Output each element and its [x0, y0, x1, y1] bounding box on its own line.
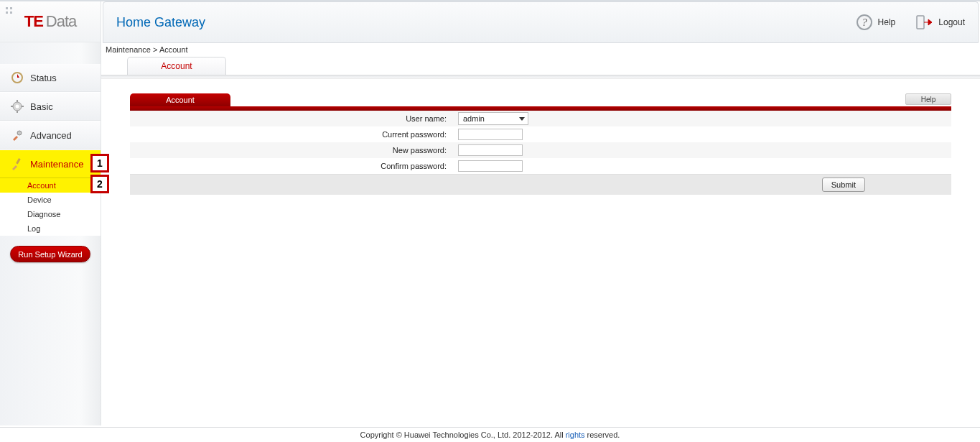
page-title: Home Gateway	[116, 15, 205, 30]
sidebar: TE Data Status Basic	[0, 1, 101, 425]
confirm-password-input[interactable]	[458, 160, 523, 172]
sidebar-sub-diagnose[interactable]: Diagnose	[0, 207, 101, 221]
callout-1: 1	[90, 154, 109, 172]
sidebar-sub-label: Diagnose	[27, 210, 60, 218]
sidebar-sub-device[interactable]: Device	[0, 193, 101, 207]
header-logout-button[interactable]: Logout	[915, 13, 965, 32]
new-password-input[interactable]	[458, 144, 523, 156]
brand-data: Data	[46, 12, 76, 31]
username-label: User name:	[130, 111, 454, 126]
brand-logo: TE Data	[0, 1, 101, 42]
callout-2: 2	[90, 175, 109, 193]
panel-help-label: Help	[921, 96, 936, 103]
footer: Copyright © Huawei Technologies Co., Ltd…	[0, 427, 980, 442]
run-setup-wizard-button[interactable]: Run Setup Wizard	[10, 246, 90, 262]
footer-prefix: Copyright © Huawei Technologies Co., Ltd…	[360, 431, 564, 439]
sidebar-nav: Status Basic Advanced	[0, 42, 101, 236]
current-password-label: Current password:	[130, 126, 454, 142]
gear-icon	[9, 98, 26, 115]
panel-tab-label: Account	[166, 96, 195, 104]
sidebar-sub-label: Log	[27, 224, 40, 233]
new-password-label: New password:	[130, 142, 454, 158]
submit-row: Submit	[130, 174, 951, 195]
logout-icon	[915, 13, 934, 32]
sidebar-item-label: Maintenance	[30, 159, 83, 170]
header-help-label: Help	[878, 17, 896, 27]
header-logout-label: Logout	[938, 17, 965, 27]
chevron-down-icon	[519, 117, 525, 121]
account-panel: Account Help User name: admin	[130, 92, 951, 195]
help-icon: ?	[855, 13, 874, 32]
account-form: User name: admin Current password:	[130, 111, 951, 174]
tab-label: Account	[161, 61, 192, 71]
current-password-input[interactable]	[458, 129, 523, 140]
tools-icon	[9, 126, 26, 144]
svg-point-7	[17, 131, 22, 135]
sidebar-item-basic[interactable]: Basic	[0, 92, 101, 121]
page-tabstrip: Account	[127, 56, 980, 75]
sidebar-sub-log[interactable]: Log	[0, 221, 101, 236]
footer-suffix: reserved.	[587, 431, 620, 439]
content: Account Help User name: admin	[101, 79, 980, 195]
svg-point-2	[16, 105, 19, 109]
status-icon	[9, 69, 26, 86]
sidebar-subnav: Account Device Diagnose Log	[0, 178, 101, 236]
sidebar-item-maintenance[interactable]: Maintenance	[0, 149, 101, 178]
panel-tab-account[interactable]: Account	[130, 93, 230, 106]
username-select[interactable]: admin	[458, 112, 528, 125]
maintenance-icon	[9, 155, 26, 172]
sidebar-sub-label: Account	[27, 181, 56, 190]
breadcrumb: Maintenance > Account	[101, 43, 980, 54]
svg-rect-11	[917, 16, 924, 29]
brand-te: TE	[24, 12, 43, 31]
sidebar-sub-account[interactable]: Account	[0, 178, 101, 193]
sidebar-item-advanced[interactable]: Advanced	[0, 121, 101, 149]
footer-rights-link[interactable]: rights	[566, 431, 585, 439]
brand-dots-icon	[6, 7, 12, 14]
submit-button[interactable]: Submit	[822, 178, 865, 192]
svg-rect-8	[16, 158, 21, 164]
sidebar-item-label: Basic	[30, 101, 53, 112]
sidebar-item-label: Status	[30, 73, 57, 83]
header: Home Gateway ? Help Logout	[103, 1, 979, 43]
sidebar-item-label: Advanced	[30, 130, 72, 141]
svg-text:?: ?	[862, 17, 867, 28]
header-help-button[interactable]: ? Help	[855, 13, 896, 32]
tab-account[interactable]: Account	[127, 57, 226, 75]
sidebar-sub-label: Device	[27, 195, 52, 204]
panel-help-button[interactable]: Help	[905, 93, 951, 105]
confirm-password-label: Confirm password:	[130, 158, 454, 174]
username-value: admin	[463, 114, 485, 123]
main: Home Gateway ? Help Logout Maintenance >…	[101, 1, 980, 425]
sidebar-item-status[interactable]: Status	[0, 64, 101, 92]
